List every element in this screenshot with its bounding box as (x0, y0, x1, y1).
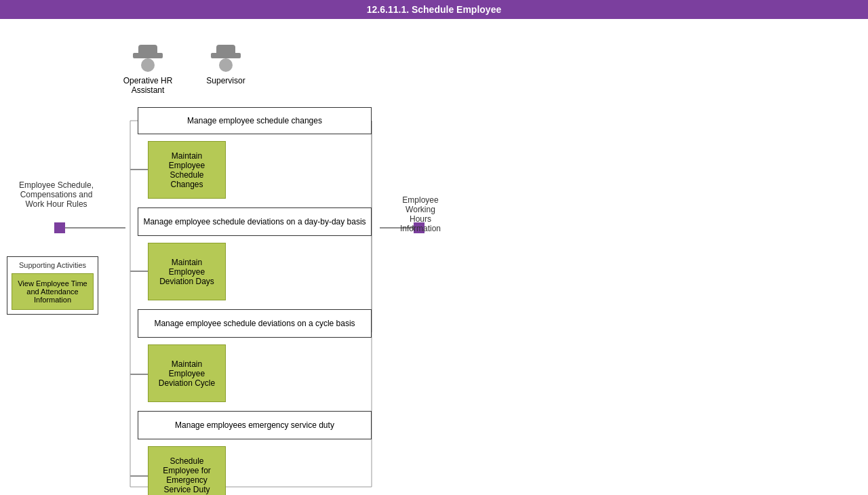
data-label-working-hours: EmployeeWorkingHoursInformation (387, 195, 454, 233)
supporting-activities-title: Supporting Activities (12, 261, 94, 269)
actor-supervisor-label: Supervisor (206, 76, 245, 85)
process-box-deviation-cycle: Manage employee schedule deviations on a… (138, 309, 372, 338)
process-box-schedule-changes: Manage employee schedule changes (138, 107, 372, 134)
main-content: Operative HRAssistant Supervisor Manage … (0, 19, 868, 492)
data-label-schedule-rules: Employee Schedule,Compensations andWork … (12, 180, 100, 209)
activity-maintain-schedule-changes[interactable]: Maintain Employee Schedule Changes (148, 141, 226, 199)
support-activity-view-time[interactable]: View Employee Time and Attendance Inform… (12, 273, 94, 310)
actor-hr-assistant: Operative HRAssistant (121, 45, 175, 95)
page-header: 12.6.11.1. Schedule Employee (0, 0, 868, 19)
supporting-activities-container: Supporting Activities View Employee Time… (7, 256, 98, 315)
supervisor-icon (211, 45, 241, 75)
process-box-emergency: Manage employees emergency service duty (138, 411, 372, 439)
header-title: 12.6.11.1. Schedule Employee (367, 4, 501, 15)
activity-maintain-deviation-days[interactable]: Maintain Employee Deviation Days (148, 243, 226, 300)
activity-maintain-deviation-cycle[interactable]: Maintain Employee Deviation Cycle (148, 344, 226, 402)
activity-schedule-emergency[interactable]: Schedule Employee for Emergency Service … (148, 446, 226, 495)
actor-supervisor: Supervisor (199, 45, 253, 85)
hr-assistant-icon (133, 45, 163, 75)
process-box-deviation-daily: Manage employee schedule deviations on a… (138, 207, 372, 236)
actor-hr-label: Operative HRAssistant (123, 76, 173, 95)
left-data-store-square (54, 222, 65, 233)
